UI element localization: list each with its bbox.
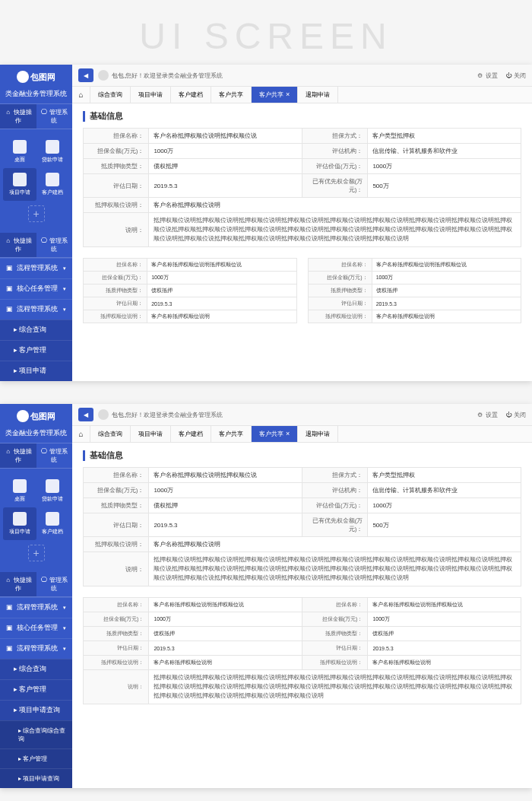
field-label: 评估日期： bbox=[302, 641, 367, 656]
chevron-down-icon: ▾ bbox=[63, 307, 66, 313]
field-value: 客户名称抵押权顺位说明抵押权顺位说 bbox=[149, 468, 302, 483]
tab-item[interactable]: 退期申请 bbox=[298, 426, 338, 442]
sidebar-tabs: ⌂快捷操作 🖵管理系统 bbox=[0, 104, 72, 129]
field-value: 客户名称抵押权顺位说明 bbox=[147, 310, 296, 323]
tabs-row: ⌂ 综合查询项目申请客户建档客户共享客户共享×退期申请 bbox=[72, 87, 532, 103]
tab-item[interactable]: 客户共享× bbox=[252, 426, 298, 442]
field-value: 客户名称抵押权顺位说明抵押权顺位说 bbox=[147, 259, 296, 272]
quick-add-button[interactable]: + bbox=[28, 545, 45, 561]
nav-label: 项目申请 bbox=[19, 367, 46, 374]
info-table: 担保名称：客户名称抵押权顺位说明抵押权顺位说担保方式：客户类型抵押权担保金额(万… bbox=[83, 467, 521, 586]
quick-customer[interactable]: 客户建档 bbox=[36, 507, 70, 540]
field-value: 1000万 bbox=[147, 272, 296, 284]
nav-item[interactable]: ▣核心任务管理▾ bbox=[0, 278, 72, 299]
field-label: 担保金额(万元)： bbox=[84, 272, 147, 284]
nav-item[interactable]: ▣核心任务管理▾ bbox=[0, 618, 72, 638]
tab-item[interactable]: 退期申请 bbox=[298, 87, 338, 103]
field-value: 2019.5.3 bbox=[147, 297, 296, 310]
settings-button[interactable]: ⚙设置 bbox=[477, 411, 498, 419]
tab-home[interactable]: ⌂ bbox=[72, 426, 90, 442]
content: 基础信息 担保名称：客户名称抵押权顺位说明抵押权顺位说担保方式：客户类型抵押权担… bbox=[72, 443, 532, 712]
nav-item[interactable]: ▸ 客户管理 bbox=[0, 749, 72, 768]
field-value: 2019.5.3 bbox=[368, 641, 521, 656]
tab-item[interactable]: 综合查询 bbox=[90, 426, 131, 442]
back-button[interactable]: ◀ bbox=[78, 408, 93, 421]
nav-item[interactable]: ▣流程管理系统▾ bbox=[0, 597, 72, 618]
nav-item[interactable]: ▸ 项目申请查询 bbox=[0, 700, 72, 720]
close-button[interactable]: ⏻关闭 bbox=[505, 72, 526, 80]
nav-label: 核心任务管理 bbox=[17, 284, 58, 292]
quick-desktop[interactable]: 桌面 bbox=[3, 135, 36, 168]
sidebar-tabs-lower: ⌂快捷操作 🖵管理系统 bbox=[0, 572, 72, 597]
sidebar-tab-quick2[interactable]: ⌂快捷操作 bbox=[0, 572, 36, 596]
tab-item[interactable]: 客户共享 bbox=[211, 87, 252, 103]
sidebar-tab-quick2[interactable]: ⌂快捷操作 bbox=[0, 233, 36, 257]
calendar-icon bbox=[46, 479, 59, 493]
close-icon[interactable]: × bbox=[286, 91, 290, 98]
nav-label: 项目申请查询 bbox=[23, 775, 59, 782]
nav-item[interactable]: ▸ 客户管理 bbox=[0, 679, 72, 700]
nav-item[interactable]: ▸ 客户管理 bbox=[0, 340, 72, 361]
quick-loan[interactable]: 贷款申请 bbox=[36, 135, 70, 168]
nav-item[interactable]: ▣流程管理系统▾ bbox=[0, 299, 72, 319]
field-label: 抵押权顺位说明： bbox=[84, 537, 149, 552]
sidebar-tab-manage2[interactable]: 🖵管理系统 bbox=[36, 233, 73, 257]
nav-item[interactable]: ▸ 项目申请查询 bbox=[0, 768, 72, 788]
sidebar-tab-quick[interactable]: ⌂快捷操作 bbox=[0, 443, 36, 468]
gear-icon: ⚙ bbox=[477, 72, 484, 79]
field-label: 抵押权顺位说明： bbox=[84, 310, 147, 323]
table-row: 抵押权顺位说明：客户名称抵押权顺位说明 bbox=[308, 310, 521, 323]
avatar bbox=[98, 70, 109, 81]
table-row: 说明：抵押权顺位说明抵押权顺位说明抵押权顺位说明抵押权顺位说明抵押权顺位说明抵押… bbox=[84, 670, 521, 704]
nav-item[interactable]: ▸ 项目申请 bbox=[0, 361, 72, 381]
monitor-icon: 🖵 bbox=[40, 109, 48, 116]
nav-item[interactable]: ▸ 综合查询 bbox=[0, 659, 72, 679]
sidebar-tab-manage2[interactable]: 🖵管理系统 bbox=[36, 572, 73, 596]
table-row: 说明：抵押权顺位说明抵押权顺位说明抵押权顺位说明抵押权顺位说明抵押权顺位说明抵押… bbox=[84, 552, 521, 586]
tab-item[interactable]: 客户建档 bbox=[171, 426, 211, 442]
field-value: 债权抵押 bbox=[149, 159, 302, 174]
field-label: 已有优先权金额(万元)： bbox=[302, 174, 367, 198]
field-label: 担保名称： bbox=[302, 598, 367, 612]
sidebar-tabs-lower: ⌂快捷操作 🖵管理系统 bbox=[0, 233, 72, 258]
tab-item[interactable]: 项目申请 bbox=[131, 87, 171, 103]
sidebar-tab-manage[interactable]: 🖵管理系统 bbox=[36, 443, 73, 468]
sidebar-tab-manage[interactable]: 🖵管理系统 bbox=[36, 104, 73, 129]
tab-item[interactable]: 客户共享× bbox=[252, 87, 298, 103]
nav-item[interactable]: ▸ 综合查询 bbox=[0, 319, 72, 340]
project-icon bbox=[13, 173, 27, 186]
field-value: 客户名称抵押权顺位说明抵押权顺位说 bbox=[372, 259, 521, 272]
nav-item[interactable]: ▣流程管理系统▾ bbox=[0, 638, 72, 659]
tab-home[interactable]: ⌂ bbox=[72, 87, 90, 103]
quick-customer[interactable]: 客户建档 bbox=[36, 168, 70, 201]
tab-item[interactable]: 客户共享 bbox=[211, 426, 252, 442]
sidebar-subtitle: 类金融业务管理系统 bbox=[0, 89, 72, 104]
close-button[interactable]: ⏻关闭 bbox=[505, 411, 526, 419]
quick-project[interactable]: 项目申请 bbox=[3, 168, 36, 201]
quick-loan[interactable]: 贷款申请 bbox=[36, 475, 70, 507]
avatar bbox=[98, 409, 109, 420]
settings-button[interactable]: ⚙设置 bbox=[477, 72, 498, 80]
field-label: 担保金额(万元)： bbox=[84, 612, 149, 627]
close-icon[interactable]: × bbox=[286, 430, 290, 437]
home-icon: ⌂ bbox=[5, 448, 12, 456]
field-value: 客户名称抵押权顺位说明 bbox=[149, 198, 521, 213]
desktop-icon bbox=[13, 140, 27, 154]
tab-item[interactable]: 客户建档 bbox=[171, 87, 211, 103]
field-label: 评估价值(万元)： bbox=[302, 159, 367, 174]
field-value: 客户名称抵押权顺位说明抵押权顺位说 bbox=[149, 598, 302, 612]
quick-add-button[interactable]: + bbox=[28, 205, 45, 222]
sidebar-tab-quick[interactable]: ⌂快捷操作 bbox=[0, 104, 36, 129]
quick-project[interactable]: 项目申请 bbox=[3, 507, 36, 540]
back-button[interactable]: ◀ bbox=[78, 68, 93, 82]
tab-item[interactable]: 项目申请 bbox=[131, 426, 171, 442]
nav-item[interactable]: ▸ 综合查询综合查询 bbox=[0, 720, 72, 749]
field-value: 债权抵押 bbox=[372, 284, 521, 297]
nav-item[interactable]: ▣流程管理系统▾ bbox=[0, 258, 72, 278]
tab-item[interactable]: 综合查询 bbox=[90, 87, 131, 103]
nav-label: 综合查询综合查询 bbox=[18, 727, 65, 742]
quick-grid: 桌面 贷款申请 项目申请 客户建档 + bbox=[0, 469, 72, 572]
quick-desktop[interactable]: 桌面 bbox=[3, 475, 36, 507]
sidebar: 包图网 类金融业务管理系统 ⌂快捷操作 🖵管理系统 桌面 贷款申请 项目申请 客… bbox=[0, 65, 72, 381]
chevron-down-icon: ▾ bbox=[63, 646, 66, 652]
